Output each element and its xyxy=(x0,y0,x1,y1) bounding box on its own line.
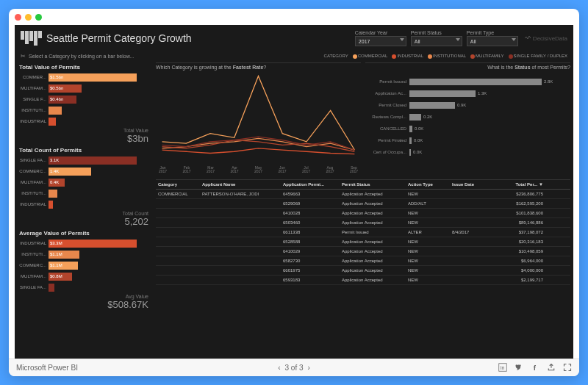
status-bar-row[interactable]: CANCELLED0.0K xyxy=(365,123,569,134)
status-bar-row[interactable]: Reviews Compl...0.2K xyxy=(365,111,569,123)
kpi: Total Count5,202 xyxy=(19,211,148,227)
line-chart-svg xyxy=(156,70,361,165)
bar-row[interactable]: COMMERC...1.4K xyxy=(19,166,148,176)
legend-item[interactable]: COMMERCIAL xyxy=(353,54,388,58)
legend-item[interactable]: INDUSTRIAL xyxy=(392,54,423,58)
left-panel: Total Value of PermitsCOMMER...$1.5bnMUL… xyxy=(15,61,153,350)
table-row[interactable]: 6611338Permit IssuedALTER8/4/2017$37,198… xyxy=(156,228,570,237)
chevron-left-icon[interactable]: ‹ xyxy=(278,364,280,372)
column-header[interactable]: Category xyxy=(156,181,200,187)
table-row[interactable]: 6503460Application AcceptedNEW$89,146,88… xyxy=(156,218,570,228)
minimize-icon[interactable] xyxy=(25,14,32,21)
subheader: ✂ Select a Category by clicking on a bar… xyxy=(15,51,573,61)
subhead-text: Select a Category by clicking on a bar b… xyxy=(29,54,134,59)
column-header[interactable]: Issue Date xyxy=(450,181,494,187)
linkedin-icon[interactable]: in xyxy=(498,363,507,373)
column-header[interactable]: Permit Status xyxy=(340,181,406,187)
dashboard: Seattle Permit Category Growth Calendar … xyxy=(15,25,573,359)
status-bar-row[interactable]: Application Ac...1.3K xyxy=(365,87,569,99)
bar-row[interactable]: SINGLE FA... xyxy=(19,282,148,292)
bar-row[interactable]: INDUSTRIAL$3.3M xyxy=(19,238,148,248)
filter-select[interactable]: 2017 xyxy=(355,36,406,46)
filter-permit-status: Permit StatusAll xyxy=(411,30,462,46)
bar-chart-section: Average Value of PermitsINDUSTRIAL$3.3MI… xyxy=(19,230,148,310)
column-header[interactable]: Applicant Name xyxy=(200,181,281,187)
bar-row[interactable]: COMMERC...$1.1M xyxy=(19,260,148,270)
header: Seattle Permit Category Growth Calendar … xyxy=(15,25,573,51)
bar-row[interactable]: INSTITUTI... xyxy=(19,188,148,198)
column-header[interactable]: Action Type xyxy=(406,181,450,187)
scissors-icon: ✂ xyxy=(21,53,26,60)
table-row[interactable]: 6529069Application AcceptedADD/ALT$162,5… xyxy=(156,199,570,209)
bar-chart-section: Total Count of PermitsSINGLE FA...3.1KCO… xyxy=(19,147,148,227)
chevron-right-icon[interactable]: › xyxy=(308,364,310,372)
table-row[interactable]: 6410028Application AcceptedNEW$101,838,6… xyxy=(156,209,570,218)
table-row[interactable]: 6528588Application AcceptedNEW$20,316,18… xyxy=(156,237,570,247)
share-icon[interactable] xyxy=(547,363,556,373)
section-title: Total Count of Permits xyxy=(19,147,148,154)
brand-logo: DecisiveData xyxy=(524,35,567,42)
bar-row[interactable]: COMMER...$1.5bn xyxy=(19,72,148,82)
bar-row[interactable]: MULTIFAM...$0.5bn xyxy=(19,83,148,93)
pager[interactable]: ‹ 3 of 3 › xyxy=(278,364,310,372)
filter-permit-type: Permit TypeAll xyxy=(467,30,518,46)
table-row[interactable]: COMMERCIALPATTERSON-O'HARE, JODI6459663A… xyxy=(156,190,570,199)
legend-item[interactable]: INSTITUTIONAL xyxy=(428,54,466,58)
kpi: Avg Value$508.67K xyxy=(19,294,148,310)
filter-calendar-year: Calendar Year2017 xyxy=(355,30,406,46)
titlebar xyxy=(9,9,579,25)
bar-row[interactable]: INSTITUTI... xyxy=(19,105,148,115)
table-row[interactable]: 6410029Application AcceptedNEW$10,498,05… xyxy=(156,247,570,256)
bar-row[interactable]: INDUSTRIAL xyxy=(19,116,148,126)
data-table[interactable]: CategoryApplicant NameApplication Permi.… xyxy=(156,179,570,349)
chart-title-growth: Which Category is growing at the Fastest… xyxy=(156,65,361,70)
column-header[interactable]: Application Permi... xyxy=(281,181,340,187)
status-bar-row[interactable]: Permit Closed0.9K xyxy=(365,99,569,111)
kpi: Total Value$3bn xyxy=(19,128,148,144)
table-row[interactable]: 6582730Application AcceptedNEW$6,964,000 xyxy=(156,256,570,266)
bar-chart[interactable]: SINGLE FA...3.1KCOMMERC...1.4KMULTIFAM..… xyxy=(19,155,148,209)
buildings-icon xyxy=(21,31,42,46)
table-row[interactable]: 6601975Application AcceptedNEW$4,000,000 xyxy=(156,266,570,276)
x-axis: Jan2017Feb2017Mar2017Apr2017May2017Jun20… xyxy=(156,166,361,173)
bar-row[interactable]: SINGLE FA...3.1K xyxy=(19,155,148,165)
table-row[interactable]: 6593183Application AcceptedNEW$2,199,717 xyxy=(156,276,570,285)
facebook-icon[interactable]: f xyxy=(531,363,539,373)
maximize-icon[interactable] xyxy=(35,14,42,21)
legend-item[interactable]: MULTIFAMILY xyxy=(470,54,503,58)
line-chart[interactable]: Which Category is growing at the Fastest… xyxy=(156,62,361,176)
page-title: Seattle Permit Category Growth xyxy=(46,32,192,44)
bar-row[interactable]: INDUSTRIAL xyxy=(19,199,148,209)
table-header: CategoryApplicant NameApplication Permi.… xyxy=(156,180,570,190)
status-bar-row[interactable]: Permit Finaled0.0K xyxy=(365,134,569,146)
section-title: Average Value of Permits xyxy=(19,230,148,237)
footer-brand: Microsoft Power BI xyxy=(16,364,78,372)
bar-chart[interactable]: INDUSTRIAL$3.3MINSTITUTI...$1.1MCOMMERC.… xyxy=(19,238,148,292)
close-icon[interactable] xyxy=(15,14,21,21)
section-title: Total Value of Permits xyxy=(19,64,148,71)
legend: Category COMMERCIALINDUSTRIALINSTITUTION… xyxy=(324,54,567,58)
filter-select[interactable]: All xyxy=(411,36,462,46)
status-chart[interactable]: What is the Status of most Permits? Perm… xyxy=(365,62,570,176)
fullscreen-icon[interactable] xyxy=(563,363,572,373)
filter-select[interactable]: All xyxy=(467,36,518,46)
footer: Microsoft Power BI ‹ 3 of 3 › in f xyxy=(9,359,579,376)
bar-chart[interactable]: COMMER...$1.5bnMULTIFAM...$0.5bnSINGLE F… xyxy=(19,72,148,126)
bar-row[interactable]: MULTIFAM...0.4K xyxy=(19,177,148,187)
legend-item[interactable]: SINGLE FAMILY / DUPLEX xyxy=(509,54,567,58)
bar-row[interactable]: MULTIFAM...$0.8M xyxy=(19,271,148,281)
column-header[interactable]: Total Per... ▼ xyxy=(494,181,545,187)
bar-row[interactable]: INSTITUTI...$1.1M xyxy=(19,249,148,259)
filters: Calendar Year2017Permit StatusAllPermit … xyxy=(355,30,518,46)
bar-chart-section: Total Value of PermitsCOMMER...$1.5bnMUL… xyxy=(19,64,148,144)
app-window: Seattle Permit Category Growth Calendar … xyxy=(9,9,579,376)
svg-text:in: in xyxy=(501,365,504,370)
twitter-icon[interactable] xyxy=(514,363,523,373)
status-bars: Permit Issued2.8KApplication Ac...1.3KPe… xyxy=(365,70,570,158)
svg-text:f: f xyxy=(534,363,537,371)
bar-row[interactable]: SINGLE F...$0.4bn xyxy=(19,94,148,104)
right-panel: Which Category is growing at the Fastest… xyxy=(153,61,573,350)
status-bar-row[interactable]: Permit Issued2.8K xyxy=(365,76,569,87)
chart-title-status: What is the Status of most Permits? xyxy=(365,65,570,70)
status-bar-row[interactable]: Cert of Occupa...0.0K xyxy=(365,146,569,158)
